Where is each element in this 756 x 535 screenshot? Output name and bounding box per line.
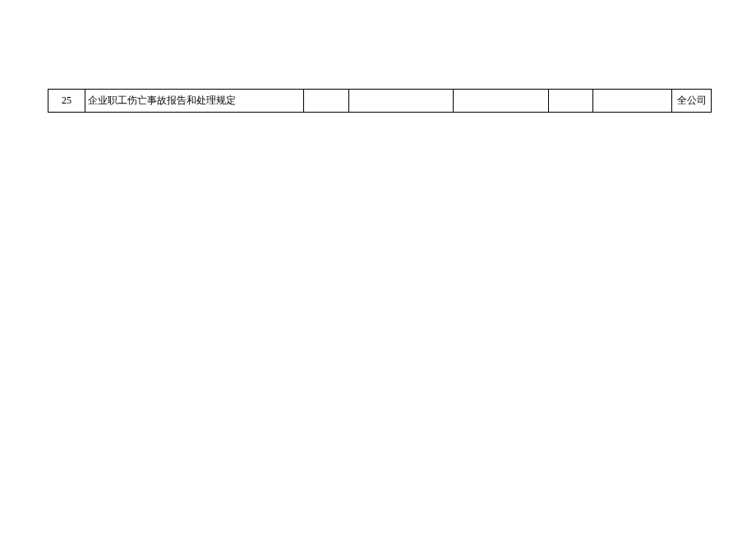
regulations-table: 25 企业职工伤亡事故报告和处理规定 全公司	[48, 89, 712, 113]
cell-c5	[454, 90, 549, 113]
cell-c7	[593, 90, 672, 113]
cell-scope: 全公司	[672, 90, 712, 113]
cell-c4	[349, 90, 454, 113]
table-row: 25 企业职工伤亡事故报告和处理规定 全公司	[48, 90, 712, 113]
cell-c6	[549, 90, 593, 113]
document-page: 25 企业职工伤亡事故报告和处理规定 全公司	[0, 0, 756, 535]
cell-title: 企业职工伤亡事故报告和处理规定	[85, 90, 304, 113]
cell-index: 25	[48, 90, 85, 113]
cell-c3	[304, 90, 349, 113]
